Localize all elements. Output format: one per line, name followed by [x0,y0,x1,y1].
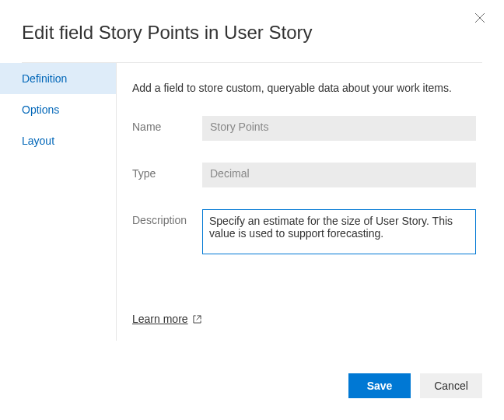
field-row-description: Description [132,209,476,257]
dialog-title: Edit field Story Points in User Story [0,0,504,62]
sidebar-item-options[interactable]: Options [0,94,116,125]
dialog-footer: Save Cancel [348,373,482,398]
intro-text: Add a field to store custom, queryable d… [132,82,476,94]
description-label: Description [132,209,202,226]
close-icon [474,12,485,23]
name-label: Name [132,116,202,133]
sidebar-item-definition[interactable]: Definition [0,63,116,94]
svg-line-2 [196,315,201,320]
name-field: Story Points [202,116,476,141]
main-panel: Add a field to store custom, queryable d… [117,63,504,341]
sidebar-item-label: Options [22,103,59,116]
field-row-name: Name Story Points [132,116,476,141]
sidebar: Definition Options Layout [0,63,117,341]
type-field: Decimal [202,163,476,187]
sidebar-item-layout[interactable]: Layout [0,125,116,156]
description-input[interactable] [202,209,476,254]
cancel-button[interactable]: Cancel [420,373,482,398]
sidebar-item-label: Definition [22,72,67,85]
save-button[interactable]: Save [348,373,411,398]
dialog-body: Definition Options Layout Add a field to… [0,63,504,341]
learn-more-link[interactable]: Learn more [132,313,201,325]
close-button[interactable] [471,9,488,30]
field-row-type: Type Decimal [132,163,476,187]
external-link-icon [193,315,201,324]
type-label: Type [132,163,202,180]
learn-more-label: Learn more [132,313,188,325]
sidebar-item-label: Layout [22,135,54,147]
